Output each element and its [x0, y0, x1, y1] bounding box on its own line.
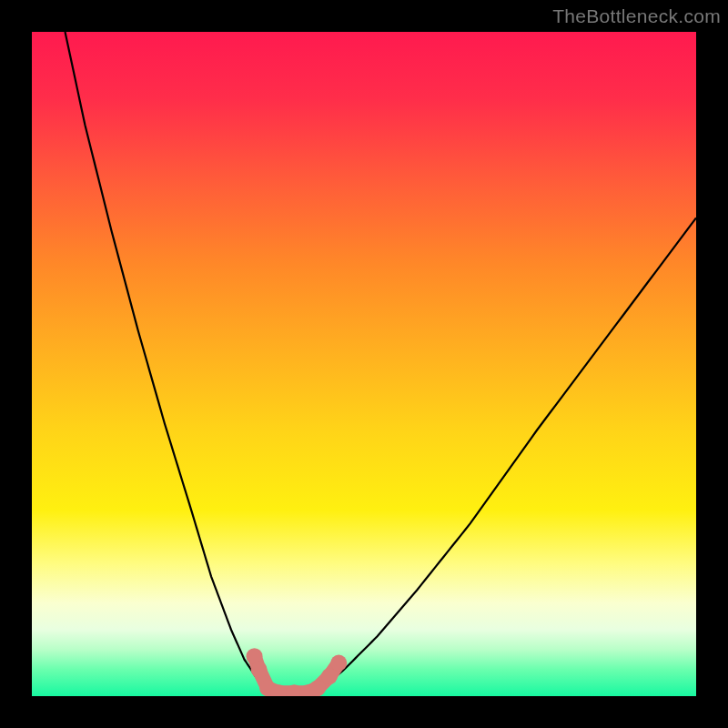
data-marker — [309, 680, 326, 696]
marker-group — [247, 648, 348, 696]
chart-svg — [32, 32, 696, 696]
chart-container: TheBottleneck.com — [0, 0, 728, 728]
plot-area — [32, 32, 696, 696]
watermark-text: TheBottleneck.com — [552, 5, 721, 27]
left-curve — [66, 32, 278, 696]
data-marker — [330, 655, 347, 672]
data-marker — [251, 662, 268, 678]
data-marker — [321, 668, 338, 684]
right-curve — [311, 217, 696, 696]
curve-group — [66, 32, 697, 696]
